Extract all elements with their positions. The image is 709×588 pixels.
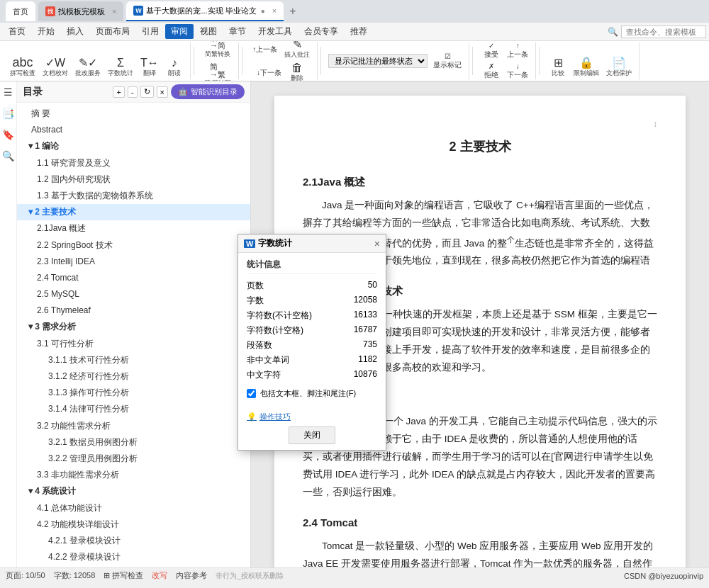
toc-item[interactable]: 2.2 SpringBoot 技术	[17, 237, 250, 254]
accept-button[interactable]: ✓ 接受	[480, 41, 503, 61]
spell-check-button[interactable]: abc 拼写检查	[7, 55, 38, 79]
simp-trad-icon: 简→繁	[210, 63, 225, 79]
toc-item[interactable]: 3.2 功能性需求分析	[17, 418, 250, 434]
tab-home-favicon: 首页	[13, 6, 28, 17]
reject-button[interactable]: ✗ 拒绝	[480, 61, 503, 81]
toc-item[interactable]: 摘 要	[17, 106, 250, 122]
wc-row-value: 735	[363, 339, 377, 351]
doc-protect-label: 文档保护	[606, 69, 632, 78]
tab-doc-close[interactable]: ×	[272, 6, 277, 15]
toc-item[interactable]: 4.2.2 登录模块设计	[17, 549, 250, 565]
toc-item[interactable]: 3.1.1 技术可行性分析	[17, 352, 250, 368]
toc-item[interactable]: 1.3 基于大数据的宠物领养系统	[17, 188, 250, 204]
toc-item[interactable]: 4.2.1 登录模块设计	[17, 533, 250, 549]
toc-item[interactable]: 3.2.1 数据员用例图分析	[17, 434, 250, 451]
nav-chapter[interactable]: 章节	[223, 24, 252, 39]
nav-start[interactable]: 开始	[32, 24, 60, 39]
sidebar-outline-icon[interactable]: 📑	[0, 106, 16, 121]
prev-change-button[interactable]: ↑ 上一条	[504, 41, 531, 61]
show-markup-button[interactable]: ☑ 显示标记	[430, 51, 464, 72]
tab-doc-label: 基于大数据的宠...实现 毕业论文	[146, 6, 256, 16]
simp-to-trad-button[interactable]: 简→繁 简 繁转聊	[201, 62, 235, 81]
correction-button[interactable]: ✎✓ 批改服务	[72, 56, 104, 79]
toc-item[interactable]: ▾ 3 需求分析	[17, 319, 250, 335]
word-count-button[interactable]: Σ 字数统计	[105, 56, 136, 79]
nav-member[interactable]: 会员专享	[298, 24, 344, 39]
restrict-edit-button[interactable]: 🔒 限制编辑	[571, 56, 602, 79]
word-count-row: 字符数(计空格)16787	[247, 323, 377, 338]
dialog-close-button[interactable]: 关闭	[289, 426, 335, 444]
toc-item[interactable]: 2.3 Intellij IDEA	[17, 254, 250, 270]
nav-review[interactable]: 审阅	[165, 24, 194, 39]
compare-label: 比较	[552, 69, 564, 78]
toc-expand-btn[interactable]: +	[113, 86, 124, 98]
tool-group-comments: ↑ 上一条 ✎ 插入批注 ↓ 下一条 🗑 删除	[245, 43, 318, 79]
nav-devtools[interactable]: 开发工具	[252, 24, 298, 39]
read-aloud-icon: ♪	[172, 57, 177, 69]
tool-group-protect: ⊞ 比较 🔒 限制编辑 📄 文档保护	[542, 43, 640, 79]
toc-item[interactable]: 3.1.3 操作可行性分析	[17, 385, 250, 401]
next-change-button[interactable]: ↓ 下一条	[504, 61, 531, 81]
toc-refresh-btn[interactable]: ↻	[140, 86, 154, 98]
toc-item[interactable]: 2.6 Thymeleaf	[17, 303, 250, 319]
tab-template[interactable]: 找 找模板完模板 ×	[38, 1, 123, 21]
sidebar-bookmark-icon[interactable]: 🔖	[0, 127, 16, 142]
dialog-close-icon[interactable]: ×	[374, 238, 380, 249]
spell-check-icon: abc	[12, 56, 33, 69]
toc-item[interactable]: 2.1Java 概述	[17, 220, 250, 237]
toc-item[interactable]: 3.1.4 法律可行性分析	[17, 401, 250, 417]
prev-comment-button[interactable]: ↑ 上一条	[250, 43, 280, 56]
toc-item[interactable]: Abstract	[17, 122, 250, 138]
toc-item[interactable]: 3.1.2 经济可行性分析	[17, 368, 250, 385]
tips-link[interactable]: 💡 操作技巧	[247, 412, 377, 422]
nav-view[interactable]: 视图	[194, 24, 223, 39]
prev-change-label: 上一条	[507, 50, 528, 60]
wc-row-value: 16133	[354, 310, 377, 322]
nav-home[interactable]: 首页	[3, 24, 31, 39]
tab-home[interactable]: 首页	[6, 1, 35, 21]
tab-doc[interactable]: W 基于大数据的宠...实现 毕业论文 ● ×	[126, 1, 284, 21]
trad-to-simp-button[interactable]: 繁→简 简繁转换	[202, 41, 233, 60]
scroll-indicator: ↕	[303, 117, 657, 132]
toc-item[interactable]: ▾ 1 编论	[17, 138, 250, 154]
toc-collapse-btn[interactable]: -	[128, 86, 138, 98]
nav-ref[interactable]: 引用	[136, 24, 164, 39]
toc-item[interactable]: 3.2.2 管理员用例图分析	[17, 451, 250, 467]
nav-recommend[interactable]: 推荐	[345, 24, 373, 39]
toc-item[interactable]: 3.3 非功能性需求分析	[17, 467, 250, 483]
toc-smart-button[interactable]: 🤖 智能识别目录	[171, 84, 245, 99]
search-input[interactable]	[621, 26, 706, 38]
toc-close-btn[interactable]: ×	[157, 86, 168, 98]
toc-item[interactable]: ▾ 4 系统设计	[17, 483, 250, 499]
tab-template-close[interactable]: ×	[112, 7, 116, 16]
toc-item[interactable]: 2.5 MySQL	[17, 286, 250, 303]
toc-item[interactable]: 1.2 国内外研究现状	[17, 171, 250, 188]
translate-button[interactable]: T↔ 翻译	[138, 56, 162, 79]
insert-comment-button[interactable]: ✎ 插入批注	[281, 41, 313, 61]
doc-review-button[interactable]: ✓W 文档校对	[40, 56, 71, 79]
toc-item[interactable]: 3.1 可行性分析	[17, 336, 250, 352]
toc-item[interactable]: 4.2 功能模块详细设计	[17, 516, 250, 533]
nav-layout[interactable]: 页面布局	[90, 24, 135, 39]
next-change-icon: ↓	[516, 62, 520, 70]
toc-item[interactable]: ▾ 2 主要技术	[17, 204, 250, 220]
wc-row-value: 10876	[354, 369, 377, 381]
footnote-checkbox[interactable]	[247, 389, 256, 398]
new-tab-button[interactable]: +	[289, 5, 296, 18]
toc-item[interactable]: 4.1 总体功能设计	[17, 500, 250, 516]
read-aloud-button[interactable]: ♪ 朗读	[163, 56, 186, 79]
dialog-footer: 💡 操作技巧 关闭	[238, 409, 386, 450]
sidebar-search-icon[interactable]: 🔍	[0, 148, 16, 164]
toc-item[interactable]: 2.4 Tomcat	[17, 270, 250, 286]
show-markup-label: 显示标记	[433, 60, 462, 70]
compare-button[interactable]: ⊞ 比较	[547, 56, 569, 79]
next-comment-button[interactable]: ↓ 下一条	[254, 67, 284, 79]
nav-insert[interactable]: 插入	[61, 24, 89, 39]
delete-comment-button[interactable]: 🗑 删除	[286, 61, 308, 81]
doc-protect-button[interactable]: 📄 文档保护	[603, 56, 635, 79]
footnote-label: 包括文本框、脚注和尾注(F)	[260, 388, 356, 399]
toc-item[interactable]: 4.2.3 动物领养模块设计	[17, 565, 250, 567]
sidebar-nav-icon[interactable]: ☰	[1, 84, 15, 100]
track-changes-select[interactable]: 显示记批注的最终状态	[328, 54, 428, 68]
toc-item[interactable]: 1.1 研究背景及意义	[17, 155, 250, 171]
